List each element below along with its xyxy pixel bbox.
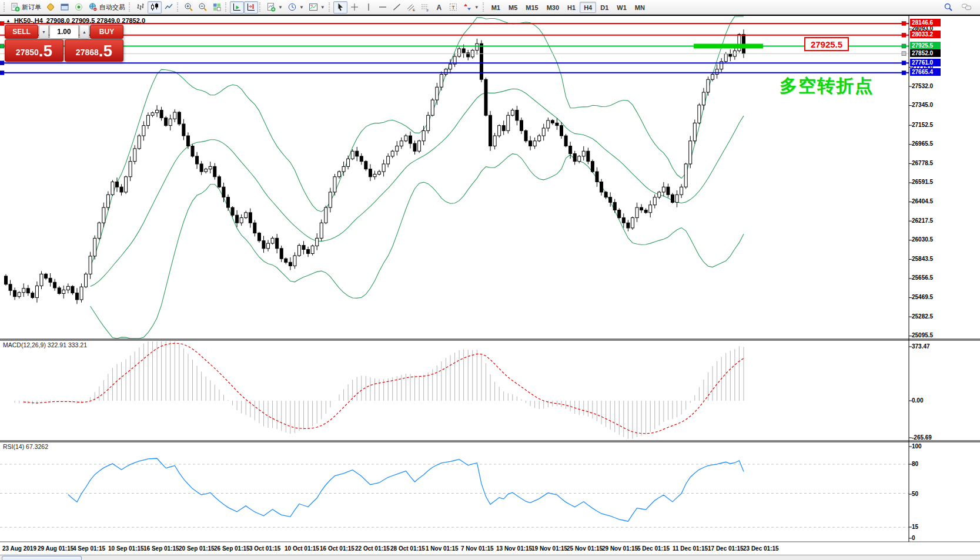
chart-tab-bar [0,555,980,560]
time-axis-label: 10 Oct 01:15 [285,545,319,552]
symbol-period-label: HK50-,H4 [14,17,43,24]
price-tick: 25843.5 [912,256,933,262]
volume-decrease-button[interactable]: ▼ [39,25,49,39]
buy-price-int: 27868 [76,45,99,60]
sell-button[interactable]: SELL [5,25,38,39]
time-axis-label: 5 Dec 01:15 [637,545,670,552]
time-axis-label: 20 Sep 01:15 [179,545,215,552]
time-axis-label: 16 Sep 01:15 [143,545,179,552]
time-axis-label: 11 Dec 01:15 [673,545,708,552]
price-line-label: 27761.0 [910,59,941,66]
price-tick: 25095.5 [912,332,933,338]
price-tick: 27152.5 [912,122,933,128]
time-axis-label: 23 Dec 01:15 [743,545,779,552]
macd-axis-label: 373.47 [912,343,930,350]
ohlc-values: 27908.0 27909.5 27849.0 27852.0 [46,17,145,24]
time-axis-label: 13 Nov 01:15 [496,545,532,552]
time-axis-label: 29 Nov 01:15 [602,545,638,552]
rsi-axis-label: 100 [912,443,922,450]
macd-axis-label: 0.00 [912,397,923,404]
buy-button[interactable]: BUY [90,25,123,39]
time-axis-label: 28 Oct 01:15 [390,545,425,552]
sell-price-button[interactable]: 27850 .5 [5,39,63,62]
one-click-trade-panel: SELL ▼ 1.00 ▲ BUY 27850 .5 27868 .5 [5,25,123,62]
volume-input[interactable]: 1.00 [49,25,79,39]
price-tick: 26404.5 [912,198,933,204]
macd-label: MACD(12,26,9) 322.91 333.21 [3,341,87,348]
time-axis-label: 22 Oct 01:15 [355,545,390,552]
price-line-label: 27665.4 [910,68,941,76]
chart-title: ▲ HK50-,H4 27908.0 27909.5 27849.0 27852… [6,17,145,24]
price-tick: 25656.5 [912,274,933,281]
rsi-axis-label: 0 [912,535,915,541]
price-tick: 26778.5 [912,160,933,166]
time-axis-label: 7 Nov 01:15 [461,545,494,552]
time-axis-label: 4 Sep 01:15 [73,545,105,552]
rsi-axis-label: 50 [912,491,918,497]
time-axis-label: 1 Nov 01:15 [426,545,459,552]
chinese-annotation: 多空转折点 [780,74,874,98]
price-tick: 27532.0 [912,83,933,89]
collapse-arrow-icon[interactable]: ▲ [6,18,11,24]
buy-price-dec: .5 [99,42,112,60]
chart-tab[interactable] [2,556,82,560]
buy-price-button[interactable]: 27868 .5 [65,39,123,62]
price-line-label: 28033.2 [910,31,941,38]
time-axis-label: 25 Nov 01:15 [567,545,603,552]
rsi-axis-label: 80 [912,461,918,467]
rsi-axis-label: 15 [912,524,918,530]
time-axis-label: 10 Sep 01:15 [108,545,144,552]
time-axis-label: 3 Oct 01:15 [249,545,280,552]
time-axis-label: 17 Dec 01:15 [708,545,744,552]
price-tick: 25282.5 [912,313,933,320]
price-tick: 26217.5 [912,217,933,224]
price-tick: 25469.5 [912,294,933,300]
time-axis-label: 26 Sep 01:15 [214,545,250,552]
rsi-label: RSI(14) 67.3262 [3,443,48,450]
macd-axis-label: -265.69 [912,434,932,441]
price-line-label: 28146.6 [910,19,941,26]
price-tick: 26591.5 [912,179,933,185]
price-line-label: 27925.5 [910,42,941,49]
time-axis-label: 23 Aug 2019 [2,545,36,552]
time-axis-label: 29 Aug 01:15 [38,545,73,552]
mt4-terminal: 新订单 自动交易 ▼ ▼ ▼ E F A T ▼ [0,0,980,560]
price-tick: 27345.0 [912,102,933,108]
price-line-label: 27852.0 [910,49,941,57]
price-tick: 26030.5 [912,236,933,243]
volume-increase-button[interactable]: ▲ [79,25,89,39]
time-axis-label: 19 Nov 01:15 [531,545,567,552]
price-annotation-box[interactable]: 27925.5 [804,37,849,51]
chart-window[interactable]: ▲ HK50-,H4 27908.0 27909.5 27849.0 27852… [0,15,980,560]
time-axis-label: 16 Oct 01:15 [320,545,354,552]
sell-price-dec: .5 [39,42,52,60]
price-tick: 26965.5 [912,140,933,147]
sell-price-int: 27850 [16,45,39,60]
